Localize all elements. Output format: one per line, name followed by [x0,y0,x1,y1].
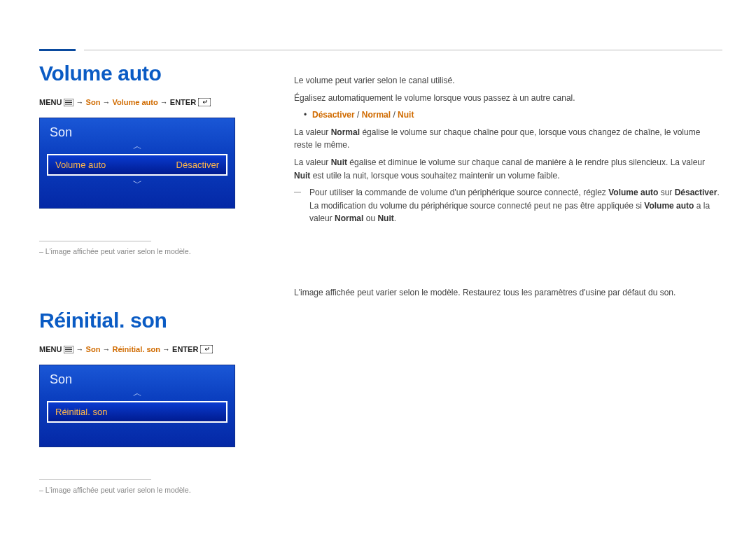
enter-label: ENTER [170,98,196,106]
term-nuit: Nuit [331,157,347,167]
left-column-1: Volume auto MENU → Son → Volume auto → E… [39,34,283,255]
option-sep: / [357,110,362,120]
arrow-sep: → [76,345,86,353]
tv-selected-row[interactable]: Réinitial. son [47,401,227,423]
chevron-up-icon[interactable]: ︿ [40,141,234,151]
page-container: Volume auto MENU → Son → Volume auto → E… [0,0,756,534]
text-fragment: La valeur [294,157,331,167]
menu-path-reinitial-son: MENU → Son → Réinitial. son → ENTER [39,345,283,355]
term-nuit: Nuit [294,171,310,181]
arrow-sep: → [102,345,112,353]
arrow-sep: → [160,98,170,106]
body-text: La valeur Nuit égalise et diminue le vol… [294,156,721,182]
option-list: Désactiver / Normal / Nuit [294,108,721,122]
arrow-sep: → [162,345,172,353]
path-reinitial-son: Réinitial. son [112,345,160,353]
option-nuit: Nuit [398,110,414,120]
text-fragment: sur [658,188,674,197]
left-column-2: Réinitial. son MENU → Son → Réinitial. s… [39,281,283,494]
arrow-sep: → [102,98,112,106]
tv-menu-preview-volume-auto: Son ︿ Volume auto Désactiver ﹀ [39,118,235,209]
right-column-1: Le volume peut varier selon le canal uti… [294,34,721,225]
enter-icon [200,345,213,355]
arrow-sep: → [76,98,86,106]
body-text: La valeur Normal égalise le volume sur c… [294,126,721,152]
term-normal: Normal [331,127,360,137]
body-text: Égalisez automatiquement le volume lorsq… [294,92,721,105]
enter-label: ENTER [172,345,198,353]
option-normal: Normal [362,110,391,120]
path-son: Son [86,345,101,353]
term-nuit: Nuit [377,213,393,223]
enter-icon [198,98,211,108]
tv-header: Son [40,118,234,141]
tv-selected-row[interactable]: Volume auto Désactiver [47,154,227,176]
term-volume-auto: Volume auto [608,188,658,197]
menu-label: MENU [39,98,62,106]
menu-icon [64,346,74,355]
text-fragment: ou [363,213,377,223]
chevron-up-icon[interactable]: ︿ [40,388,234,398]
footnote-text: L'image affichée peut varier selon le mo… [39,247,283,255]
section-volume-auto: Volume auto MENU → Son → Volume auto → E… [39,34,722,255]
note-text: Pour utiliser la commande de volume d'un… [294,186,721,225]
body-text: L'image affichée peut varier selon le mo… [294,286,721,300]
footnote-rule [39,241,151,241]
menu-label: MENU [39,345,62,353]
term-normal: Normal [335,213,363,223]
section-reinitial-son: Réinitial. son MENU → Son → Réinitial. s… [39,281,722,494]
right-column-2: L'image affichée peut varier selon le mo… [294,281,721,300]
text-fragment: La valeur [294,127,331,137]
section-title-reinitial-son: Réinitial. son [39,309,283,332]
tv-menu-preview-reinitial-son: Son ︿ Réinitial. son [39,365,235,447]
path-volume-auto: Volume auto [112,98,158,106]
tv-row-value: Désactiver [176,160,219,170]
header-accent-bar [39,49,76,51]
chevron-down-icon[interactable]: ﹀ [40,178,234,188]
text-fragment: égalise et diminue le volume sur chaque … [347,157,705,167]
menu-path-volume-auto: MENU → Son → Volume auto → ENTER [39,98,283,108]
term-volume-auto: Volume auto [644,201,694,211]
option-desactiver: Désactiver [312,110,355,120]
body-text: Le volume peut varier selon le canal uti… [294,74,721,87]
text-fragment: Pour utiliser la commande de volume d'un… [309,188,608,197]
section-title-volume-auto: Volume auto [39,62,283,85]
footnote-text: L'image affichée peut varier selon le mo… [39,486,283,494]
text-fragment: . [394,213,396,223]
text-fragment: est utile la nuit, lorsque vous souhaite… [310,171,559,181]
menu-icon [64,99,74,108]
header-rule [84,50,722,50]
tv-row-label: Volume auto [55,160,106,170]
path-son: Son [86,98,101,106]
term-desactiver: Désactiver [675,188,718,197]
footnote-rule [39,479,151,480]
tv-row-label: Réinitial. son [55,407,107,417]
tv-header: Son [40,365,234,388]
